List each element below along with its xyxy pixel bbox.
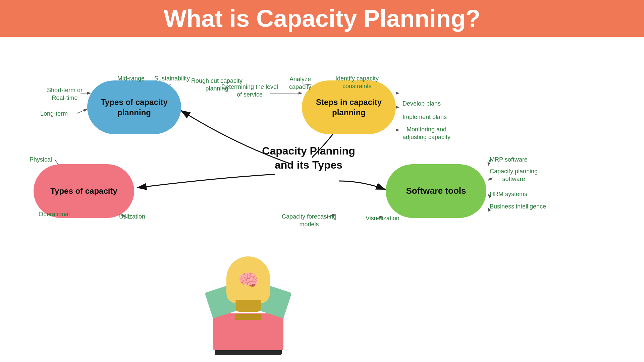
label-physical: Physical (30, 156, 52, 164)
blob-types-capacity: Types of capacity (34, 164, 134, 218)
label-determining: Determining the levelof service (221, 83, 278, 99)
label-mrp: MRP software (490, 156, 528, 164)
label-short-term: Short-term orReal-time (47, 86, 83, 102)
blob-software-tools: Software tools (386, 164, 486, 218)
center-node: Capacity Planningand its Types (255, 144, 362, 172)
label-hrm: HRM systems (490, 190, 527, 198)
label-forecasting: Capacity forecastingmodels (282, 213, 336, 229)
label-mid-range: Mid-range (117, 75, 145, 82)
label-monitoring: Monitoring andadjusting capacity (402, 126, 450, 141)
label-operational: Operational (39, 210, 70, 218)
label-bi: Business intelligence (490, 203, 546, 210)
header: What is Capacity Planning? (0, 0, 644, 37)
label-long-term: Long-term (40, 110, 68, 118)
svg-line-4 (77, 109, 87, 113)
blob-types-capacity-planning: Types of capacityplanning (87, 80, 181, 134)
page-title: What is Capacity Planning? (164, 5, 480, 32)
label-visualization: Visualization (366, 215, 399, 222)
label-implement: Implement plans (402, 113, 447, 121)
label-develop: Develop plans (402, 100, 441, 108)
label-sustainability: Sustainability (154, 75, 190, 82)
illustration: 🧠 (201, 255, 295, 355)
main-area: Types of capacityplanning Steps in capac… (0, 37, 644, 362)
label-utilization: Utilization (119, 213, 145, 221)
label-capacity-planning-software: Capacity planningsoftware (490, 168, 538, 183)
label-analyze: Analyzecapacity (289, 75, 311, 91)
label-identify: Identify capacityconstraints (335, 75, 379, 90)
